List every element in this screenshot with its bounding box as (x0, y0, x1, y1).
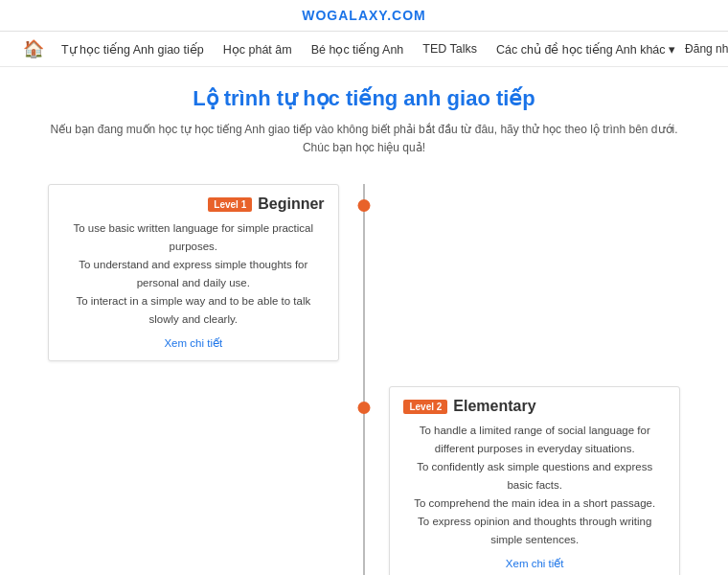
level-1-desc: To use basic written language for simple… (62, 219, 325, 329)
level-1-dot (358, 199, 371, 212)
nav-item-be-hoc[interactable]: Bé học tiếng Anh (302, 38, 414, 60)
level-1-link[interactable]: Xem chi tiết (62, 336, 325, 350)
nav-bar: 🏠 Tự học tiếng Anh giao tiếp Học phát âm… (0, 32, 728, 67)
nav-item-cac-chu-de[interactable]: Các chủ đề học tiếng Anh khác ▾ (487, 38, 685, 60)
nav-item-tu-hoc[interactable]: Tự học tiếng Anh giao tiếp (52, 38, 214, 60)
level-2-title: Elementary (453, 398, 535, 415)
level-2-dot (358, 402, 371, 414)
timeline-item-1: Level 1 Beginner To use basic written la… (48, 184, 680, 361)
timeline-item-2: Level 2 Elementary To handle a limited r… (48, 386, 680, 575)
level-2-link[interactable]: Xem chi tiết (403, 557, 666, 570)
level-1-card: Level 1 Beginner To use basic written la… (48, 184, 339, 361)
page-title: Lộ trình tự học tiếng anh giao tiếp (48, 86, 680, 111)
main-content: Lộ trình tự học tiếng anh giao tiếp Nếu … (0, 67, 728, 575)
level-1-badge: Level 1 (208, 197, 252, 212)
page-subtitle: Nếu bạn đang muốn học tự học tiếng Anh g… (48, 121, 680, 157)
level-2-badge: Level 2 (403, 400, 447, 414)
nav-auth[interactable]: Đăng nhập/Đăng ký ▾ (685, 42, 728, 56)
level-2-card: Level 2 Elementary To handle a limited r… (389, 386, 680, 575)
level-2-desc: To handle a limited range of social lang… (403, 422, 666, 549)
nav-item-hoc-phat-am[interactable]: Học phát âm (214, 38, 302, 60)
site-logo[interactable]: WOGALAXY.COM (302, 8, 425, 23)
nav-home[interactable]: 🏠 (15, 36, 52, 61)
nav-item-ted-talks[interactable]: TED Talks (413, 38, 487, 59)
level-1-title: Beginner (258, 196, 324, 213)
timeline: Level 1 Beginner To use basic written la… (48, 184, 680, 575)
